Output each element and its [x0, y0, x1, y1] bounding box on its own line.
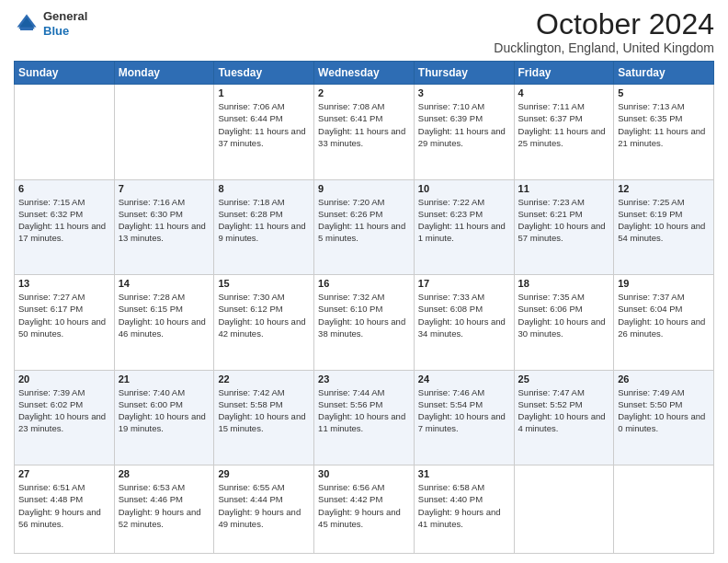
- day-cell: 19Sunrise: 7:37 AM Sunset: 6:04 PM Dayli…: [614, 275, 714, 371]
- week-row-5: 27Sunrise: 6:51 AM Sunset: 4:48 PM Dayli…: [15, 465, 714, 554]
- day-info: Sunrise: 7:25 AM Sunset: 6:19 PM Dayligh…: [618, 196, 710, 245]
- day-cell: 1Sunrise: 7:06 AM Sunset: 6:44 PM Daylig…: [214, 85, 314, 180]
- day-info: Sunrise: 7:30 AM Sunset: 6:12 PM Dayligh…: [218, 291, 310, 339]
- day-cell: 22Sunrise: 7:42 AM Sunset: 5:58 PM Dayli…: [214, 370, 314, 465]
- day-cell: 2Sunrise: 7:08 AM Sunset: 6:41 PM Daylig…: [314, 85, 415, 180]
- svg-rect-2: [20, 27, 33, 30]
- day-cell: 12Sunrise: 7:25 AM Sunset: 6:19 PM Dayli…: [614, 179, 714, 275]
- day-number: 7: [119, 183, 210, 194]
- day-info: Sunrise: 6:58 AM Sunset: 4:40 PM Dayligh…: [418, 481, 510, 530]
- day-info: Sunrise: 7:18 AM Sunset: 6:28 PM Dayligh…: [218, 196, 310, 245]
- day-number: 17: [418, 278, 510, 289]
- day-number: 23: [318, 373, 410, 385]
- col-header-friday: Friday: [514, 62, 614, 85]
- day-cell: 15Sunrise: 7:30 AM Sunset: 6:12 PM Dayli…: [214, 275, 314, 371]
- day-info: Sunrise: 7:39 AM Sunset: 6:02 PM Dayligh…: [18, 386, 110, 435]
- day-number: 13: [18, 278, 110, 289]
- day-info: Sunrise: 7:35 AM Sunset: 6:06 PM Dayligh…: [518, 291, 610, 339]
- day-info: Sunrise: 6:53 AM Sunset: 4:46 PM Dayligh…: [119, 481, 210, 530]
- day-number: 24: [418, 373, 510, 385]
- day-number: 16: [318, 278, 410, 289]
- page: General Blue October 2024 Ducklington, E…: [0, 0, 728, 563]
- location: Ducklington, England, United Kingdom: [494, 40, 714, 55]
- day-info: Sunrise: 7:08 AM Sunset: 6:41 PM Dayligh…: [318, 100, 410, 149]
- day-cell: 18Sunrise: 7:35 AM Sunset: 6:06 PM Dayli…: [514, 275, 614, 371]
- day-number: 14: [119, 278, 210, 289]
- day-cell: 31Sunrise: 6:58 AM Sunset: 4:40 PM Dayli…: [414, 465, 514, 554]
- day-info: Sunrise: 7:22 AM Sunset: 6:23 PM Dayligh…: [418, 196, 510, 245]
- logo-general: General: [43, 9, 87, 23]
- day-cell: 20Sunrise: 7:39 AM Sunset: 6:02 PM Dayli…: [15, 370, 115, 465]
- day-number: 4: [518, 87, 610, 98]
- col-header-thursday: Thursday: [414, 62, 514, 85]
- day-cell: 11Sunrise: 7:23 AM Sunset: 6:21 PM Dayli…: [514, 179, 614, 275]
- day-number: 18: [518, 278, 610, 289]
- week-row-3: 13Sunrise: 7:27 AM Sunset: 6:17 PM Dayli…: [15, 275, 714, 371]
- day-cell: 17Sunrise: 7:33 AM Sunset: 6:08 PM Dayli…: [414, 275, 514, 371]
- header: General Blue October 2024 Ducklington, E…: [14, 9, 714, 55]
- day-cell: 4Sunrise: 7:11 AM Sunset: 6:37 PM Daylig…: [514, 85, 614, 180]
- day-info: Sunrise: 7:33 AM Sunset: 6:08 PM Dayligh…: [418, 291, 510, 339]
- col-header-monday: Monday: [114, 62, 214, 85]
- week-row-4: 20Sunrise: 7:39 AM Sunset: 6:02 PM Dayli…: [15, 370, 714, 465]
- day-cell: 25Sunrise: 7:47 AM Sunset: 5:52 PM Dayli…: [514, 370, 614, 465]
- day-number: 21: [119, 373, 210, 385]
- day-info: Sunrise: 6:51 AM Sunset: 4:48 PM Dayligh…: [18, 481, 110, 530]
- day-number: 31: [418, 468, 510, 479]
- day-number: 22: [218, 373, 310, 385]
- month-title: October 2024: [494, 9, 714, 39]
- day-number: 29: [218, 468, 310, 479]
- day-info: Sunrise: 7:10 AM Sunset: 6:39 PM Dayligh…: [418, 100, 510, 149]
- day-info: Sunrise: 7:46 AM Sunset: 5:54 PM Dayligh…: [418, 386, 510, 435]
- day-info: Sunrise: 6:55 AM Sunset: 4:44 PM Dayligh…: [218, 481, 310, 530]
- day-cell: [514, 465, 614, 554]
- day-number: 1: [218, 87, 310, 98]
- day-cell: 29Sunrise: 6:55 AM Sunset: 4:44 PM Dayli…: [214, 465, 314, 554]
- day-cell: 26Sunrise: 7:49 AM Sunset: 5:50 PM Dayli…: [614, 370, 714, 465]
- logo-text: General Blue: [43, 9, 87, 38]
- day-cell: 8Sunrise: 7:18 AM Sunset: 6:28 PM Daylig…: [214, 179, 314, 275]
- logo-icon: [14, 11, 40, 37]
- day-cell: 30Sunrise: 6:56 AM Sunset: 4:42 PM Dayli…: [314, 465, 415, 554]
- day-number: 2: [318, 87, 410, 98]
- day-info: Sunrise: 7:06 AM Sunset: 6:44 PM Dayligh…: [218, 100, 310, 149]
- day-cell: 10Sunrise: 7:22 AM Sunset: 6:23 PM Dayli…: [414, 179, 514, 275]
- day-number: 26: [618, 373, 710, 385]
- day-number: 15: [218, 278, 310, 289]
- day-info: Sunrise: 6:56 AM Sunset: 4:42 PM Dayligh…: [318, 481, 410, 530]
- day-number: 11: [518, 183, 610, 194]
- day-cell: 6Sunrise: 7:15 AM Sunset: 6:32 PM Daylig…: [15, 179, 115, 275]
- title-block: October 2024 Ducklington, England, Unite…: [494, 9, 714, 55]
- day-number: 10: [418, 183, 510, 194]
- day-number: 20: [18, 373, 110, 385]
- day-cell: 28Sunrise: 6:53 AM Sunset: 4:46 PM Dayli…: [114, 465, 214, 554]
- day-info: Sunrise: 7:47 AM Sunset: 5:52 PM Dayligh…: [518, 386, 610, 435]
- day-number: 27: [18, 468, 110, 479]
- day-cell: 14Sunrise: 7:28 AM Sunset: 6:15 PM Dayli…: [114, 275, 214, 371]
- week-row-1: 1Sunrise: 7:06 AM Sunset: 6:44 PM Daylig…: [15, 85, 714, 180]
- day-cell: 7Sunrise: 7:16 AM Sunset: 6:30 PM Daylig…: [114, 179, 214, 275]
- day-info: Sunrise: 7:49 AM Sunset: 5:50 PM Dayligh…: [618, 386, 710, 435]
- day-number: 3: [418, 87, 510, 98]
- day-info: Sunrise: 7:40 AM Sunset: 6:00 PM Dayligh…: [119, 386, 210, 435]
- header-row: SundayMondayTuesdayWednesdayThursdayFrid…: [15, 62, 714, 85]
- day-cell: 27Sunrise: 6:51 AM Sunset: 4:48 PM Dayli…: [15, 465, 115, 554]
- day-cell: 21Sunrise: 7:40 AM Sunset: 6:00 PM Dayli…: [114, 370, 214, 465]
- day-info: Sunrise: 7:28 AM Sunset: 6:15 PM Dayligh…: [119, 291, 210, 339]
- day-cell: 23Sunrise: 7:44 AM Sunset: 5:56 PM Dayli…: [314, 370, 415, 465]
- day-info: Sunrise: 7:20 AM Sunset: 6:26 PM Dayligh…: [318, 196, 410, 245]
- day-info: Sunrise: 7:27 AM Sunset: 6:17 PM Dayligh…: [18, 291, 110, 339]
- day-number: 6: [18, 183, 110, 194]
- day-number: 25: [518, 373, 610, 385]
- day-info: Sunrise: 7:32 AM Sunset: 6:10 PM Dayligh…: [318, 291, 410, 339]
- col-header-tuesday: Tuesday: [214, 62, 314, 85]
- day-info: Sunrise: 7:16 AM Sunset: 6:30 PM Dayligh…: [119, 196, 210, 245]
- day-number: 30: [318, 468, 410, 479]
- col-header-sunday: Sunday: [15, 62, 115, 85]
- day-info: Sunrise: 7:42 AM Sunset: 5:58 PM Dayligh…: [218, 386, 310, 435]
- day-info: Sunrise: 7:15 AM Sunset: 6:32 PM Dayligh…: [18, 196, 110, 245]
- day-cell: [614, 465, 714, 554]
- day-cell: [15, 85, 115, 180]
- day-number: 5: [618, 87, 710, 98]
- day-info: Sunrise: 7:44 AM Sunset: 5:56 PM Dayligh…: [318, 386, 410, 435]
